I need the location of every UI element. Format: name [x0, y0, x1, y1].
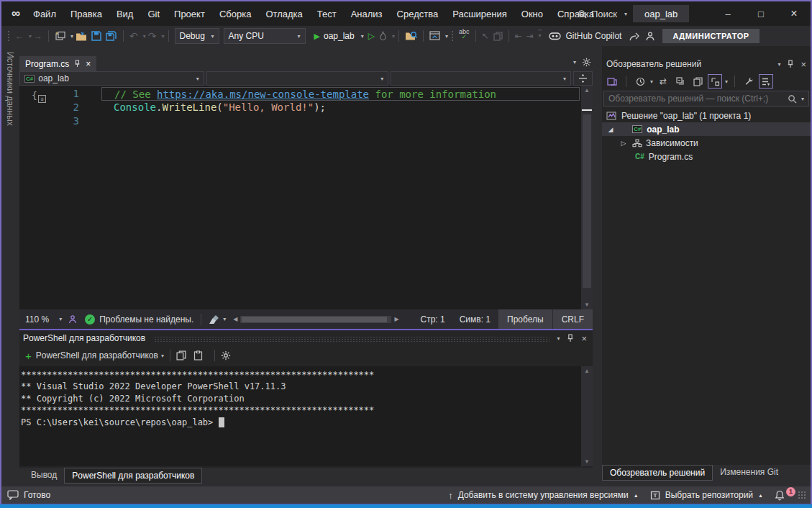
member-dropdown[interactable]: ▾: [391, 71, 571, 86]
navigate-back-button[interactable]: ←: [13, 28, 26, 44]
tree-row-solution[interactable]: Решение "oap_lab" (1 проекта 1): [602, 109, 811, 122]
scroll-up-icon[interactable]: ▲: [581, 87, 593, 94]
menu-edit[interactable]: Правка: [63, 1, 109, 26]
menu-extensions[interactable]: Расширения: [445, 1, 514, 26]
toggle-comment-button[interactable]: "" ▾: [536, 28, 544, 44]
window-position-dropdown-icon[interactable]: ▾: [557, 335, 560, 342]
scrollbar-thumb[interactable]: [583, 114, 591, 288]
pointer-tool-button[interactable]: ↖: [480, 28, 491, 44]
feedback-icon[interactable]: [68, 314, 78, 325]
line-indicator[interactable]: Стр: 1: [414, 314, 452, 325]
select-repository-button[interactable]: Выбрать репозиторий ▲: [644, 490, 769, 500]
feedback-button[interactable]: Готово: [1, 490, 56, 500]
code-cleanup-button[interactable]: ▾: [209, 314, 226, 325]
menu-window[interactable]: Окно: [514, 1, 550, 26]
eol-indicator[interactable]: CRLF: [552, 309, 593, 329]
terminal-output[interactable]: ****************************************…: [19, 366, 581, 466]
comment-link[interactable]: https://aka.ms/new-console-template: [157, 89, 369, 100]
search-icon[interactable]: [788, 94, 797, 104]
collapse-all-button[interactable]: [673, 74, 688, 89]
paste-icon[interactable]: [193, 350, 203, 360]
redo-button[interactable]: ↷: [146, 28, 159, 44]
health-indicator[interactable]: ✓ Проблемы не найдены.: [85, 314, 193, 325]
solution-platforms-dropdown[interactable]: Any CPU ▾: [224, 28, 306, 44]
find-in-files-button[interactable]: [403, 28, 419, 44]
menu-git[interactable]: Git: [140, 1, 167, 26]
tab-program-cs[interactable]: Program.cs ×: [19, 56, 96, 71]
new-terminal-button[interactable]: + PowerShell для разработчиков ▾: [25, 350, 164, 362]
menu-debug[interactable]: Отладка: [258, 1, 309, 26]
new-project-button[interactable]: [53, 28, 68, 44]
show-all-files-button[interactable]: [690, 74, 705, 89]
terminal-scrollbar[interactable]: ▲ ▼: [581, 366, 593, 466]
start-debugging-button[interactable]: ▶ oap_lab ▾: [312, 28, 366, 44]
chevron-down-icon[interactable]: ▾: [650, 78, 653, 85]
gear-icon[interactable]: [582, 58, 591, 67]
editor-horizontal-scrollbar[interactable]: ◀ ▶: [233, 316, 398, 323]
expander-closed-icon[interactable]: ▷: [619, 140, 628, 147]
sync-namespaces-button[interactable]: ⇄: [656, 74, 670, 89]
search-box[interactable]: Поиск ▾: [573, 5, 631, 22]
split-editor-button[interactable]: [573, 71, 593, 86]
tab-solution-explorer[interactable]: Обозреватель решений: [602, 465, 713, 481]
tab-git-changes[interactable]: Изменения Git: [713, 465, 785, 479]
menu-project[interactable]: Проект: [167, 1, 212, 26]
chevron-down-icon[interactable]: ▾: [725, 78, 728, 85]
scroll-right-icon[interactable]: ▶: [394, 316, 398, 322]
minimize-button[interactable]: –: [711, 1, 744, 26]
document-list-dropdown-icon[interactable]: ▾: [573, 59, 576, 65]
github-copilot-button[interactable]: GitHub Copilot: [547, 28, 624, 44]
menu-test[interactable]: Тест: [310, 1, 344, 26]
solution-search-input[interactable]: [604, 94, 788, 104]
start-without-debugging-button[interactable]: ▷: [366, 28, 377, 44]
undo-button[interactable]: ↶: [127, 28, 140, 44]
live-share-button[interactable]: [642, 28, 658, 44]
scrollbar-track[interactable]: [240, 316, 391, 323]
chevron-down-icon[interactable]: ▾: [392, 33, 395, 40]
chevron-down-icon[interactable]: ▾: [445, 33, 448, 40]
increase-indent-button[interactable]: ⇥: [524, 28, 536, 44]
scroll-down-icon[interactable]: ▼: [581, 458, 593, 465]
save-button[interactable]: [89, 28, 104, 44]
navigate-forward-button[interactable]: →: [32, 28, 45, 44]
pin-icon[interactable]: [74, 60, 81, 68]
solution-explorer-home-button[interactable]: [427, 28, 442, 44]
gear-icon[interactable]: [221, 350, 231, 360]
hot-reload-button[interactable]: [377, 28, 389, 44]
close-icon[interactable]: ×: [581, 333, 587, 344]
column-indicator[interactable]: Симв: 1: [452, 314, 498, 325]
chevron-down-icon[interactable]: ▾: [162, 33, 165, 40]
project-dropdown[interactable]: C# oap_lab ▾: [19, 71, 204, 86]
editor-vertical-scrollbar[interactable]: ▲ ▼: [581, 86, 593, 309]
menu-view[interactable]: Вид: [109, 1, 141, 26]
copy-item-button[interactable]: [491, 28, 505, 44]
code-editor[interactable]: { a 1 2 3 // See https://aka.ms/new-cons…: [19, 86, 593, 309]
close-icon[interactable]: ×: [86, 59, 91, 69]
scroll-left-icon[interactable]: ◀: [233, 316, 237, 322]
terminal-header[interactable]: PowerShell для разработчиков ▾ ×: [19, 330, 593, 346]
share-button[interactable]: [626, 28, 642, 44]
expander-open-icon[interactable]: ◢: [606, 126, 615, 133]
solution-search[interactable]: ▾: [603, 91, 809, 106]
scrollbar-thumb[interactable]: [242, 317, 387, 322]
chevron-down-icon[interactable]: ▾: [801, 96, 804, 102]
zoom-dropdown[interactable]: 110 % ▾: [19, 309, 68, 329]
pin-icon[interactable]: [567, 334, 574, 343]
solution-explorer-header[interactable]: Обозреватель решений ▾ ×: [602, 56, 811, 72]
properties-button[interactable]: [742, 74, 756, 89]
tab-powershell[interactable]: PowerShell для разработчиков: [64, 468, 202, 484]
menu-tools[interactable]: Средства: [390, 1, 446, 26]
tree-row-project[interactable]: ◢ C# oap_lab: [602, 122, 811, 136]
menu-analyze[interactable]: Анализ: [344, 1, 390, 26]
tree-row-program-cs[interactable]: C# Program.cs: [602, 150, 811, 163]
close-button[interactable]: ×: [777, 1, 811, 26]
tree-row-dependencies[interactable]: ▷ Зависимости: [602, 136, 811, 150]
spaces-indicator[interactable]: Пробелы: [498, 309, 552, 329]
toolbar-grip[interactable]: [7, 30, 10, 42]
scroll-down-icon[interactable]: ▼: [581, 301, 593, 308]
solution-configurations-dropdown[interactable]: Debug ▾: [175, 28, 219, 44]
tab-output[interactable]: Вывод: [24, 468, 64, 482]
toolbar-grip[interactable]: [451, 30, 454, 42]
menu-file[interactable]: Файл: [26, 1, 63, 26]
scroll-up-icon[interactable]: ▲: [581, 368, 593, 374]
